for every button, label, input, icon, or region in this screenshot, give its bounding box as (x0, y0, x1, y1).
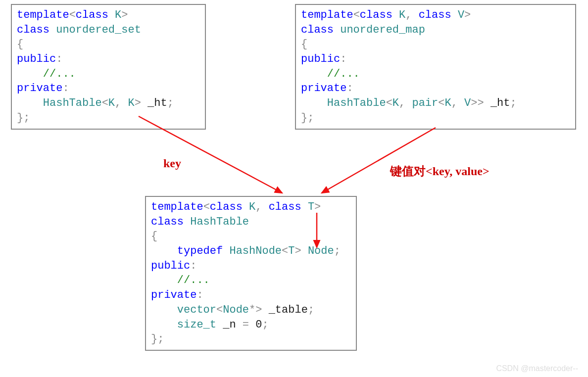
code-line: template<class K> (17, 8, 200, 23)
code-line: size_t _n = 0; (151, 318, 351, 332)
code-box-hashtable: template<class K, class T> class HashTab… (145, 196, 357, 351)
code-line: HashTable<K, K> _ht; (17, 96, 200, 111)
arrow-label-kvpair: 键值对<key, value> (390, 163, 490, 179)
code-line: { (17, 37, 200, 52)
code-line: HashTable<K, pair<K, V>> _ht; (301, 96, 570, 111)
code-line: //... (301, 67, 570, 82)
code-line: private: (301, 81, 570, 96)
code-line: template<class K, class V> (301, 8, 570, 23)
code-line: vector<Node*> _table; (151, 303, 351, 318)
code-line: class unordered_set (17, 23, 200, 38)
code-line: //... (151, 273, 351, 288)
code-line: class HashTable (151, 215, 351, 230)
code-line: private: (17, 81, 200, 96)
watermark: CSDN @mastercoder-- (496, 364, 578, 373)
code-line: template<class K, class T> (151, 200, 351, 215)
code-line: public: (301, 52, 570, 67)
code-line: class unordered_map (301, 23, 570, 38)
code-line: }; (301, 111, 570, 126)
arrow-label-key: key (163, 157, 181, 170)
code-line: public: (17, 52, 200, 67)
code-box-unordered-map: template<class K, class V> class unorder… (295, 4, 576, 130)
code-line: //... (17, 67, 200, 82)
code-box-unordered-set: template<class K> class unordered_set { … (11, 4, 206, 130)
code-line: private: (151, 288, 351, 303)
code-line: { (151, 229, 351, 244)
code-line: }; (151, 332, 351, 347)
code-line: }; (17, 111, 200, 126)
arrow-map-to-hash (322, 128, 436, 193)
code-line: { (301, 37, 570, 52)
code-line: public: (151, 259, 351, 274)
code-line: typedef HashNode<T> Node; (151, 244, 351, 259)
